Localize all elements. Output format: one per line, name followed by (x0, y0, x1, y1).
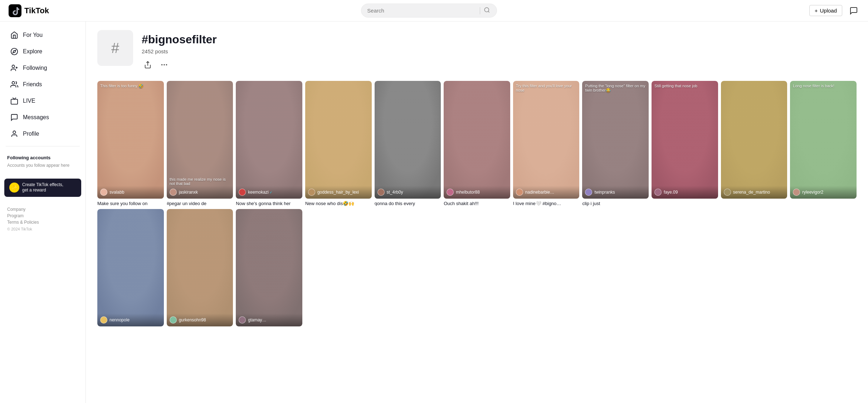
sidebar-item-for-you[interactable]: For You (3, 27, 83, 43)
following-accounts-desc: Accounts you follow appear here (7, 162, 78, 169)
svg-point-13 (166, 64, 167, 65)
home-icon (10, 31, 19, 39)
sidebar-item-messages[interactable]: Messages (3, 110, 83, 125)
logo[interactable]: TikTok (9, 4, 49, 17)
video-card[interactable]: Putting the "long nose" filter on my twi… (582, 81, 649, 206)
video-caption: Ouch shakit ah!!! (444, 201, 510, 206)
avatar (793, 189, 800, 196)
sidebar-item-profile[interactable]: Profile (3, 126, 83, 142)
avatar (654, 189, 662, 196)
video-card[interactable]: serena_de_martino (721, 81, 787, 206)
messages-icon (849, 6, 858, 15)
avatar (724, 189, 731, 196)
video-user-row: twinpranks (585, 189, 646, 196)
video-grid: This filter is too funny 🤣svalabbMake su… (97, 81, 857, 326)
footer-links: Company Program Terms & Policies © 2024 … (0, 203, 86, 236)
video-card[interactable]: this made me realize my nose is not that… (167, 81, 233, 206)
video-user-overlay: gurkensohn98 (167, 314, 233, 326)
header: TikTok + Upload (0, 0, 868, 21)
hashtag-actions (142, 54, 857, 71)
video-card[interactable]: gurkensohn98 (167, 209, 233, 327)
svg-rect-8 (11, 99, 18, 104)
video-user-overlay: faye.09 (652, 186, 718, 199)
video-card[interactable]: Still getting that nose jobfaye.09 (652, 81, 718, 206)
footer-terms[interactable]: Terms & Policies (7, 220, 78, 225)
video-banner-text: Still getting that nose job (654, 84, 715, 88)
message-icon[interactable] (848, 5, 859, 16)
sidebar-item-following[interactable]: Following (3, 60, 83, 76)
video-card[interactable]: Try this filter and you'll love your nos… (513, 81, 580, 206)
video-thumbnail-face (375, 81, 441, 199)
avatar (516, 189, 523, 196)
video-caption: gonna do this every (375, 201, 441, 206)
video-user-row: mhelbutor88 (447, 189, 507, 196)
video-banner-text: Putting the "long nose" filter on my twi… (585, 84, 646, 93)
username: serena_de_martino (733, 190, 770, 195)
footer-company[interactable]: Company (7, 207, 78, 212)
effects-emoji: ✨ (11, 185, 18, 190)
username: jaskiranxk (179, 190, 198, 195)
video-caption: New nose who dis🤣🙌 (305, 201, 372, 206)
avatar (377, 189, 385, 196)
video-user-overlay: twinpranks (582, 186, 649, 199)
effects-line2: get a reward (22, 188, 46, 193)
video-caption: I love mine🤍 #bigno… (513, 201, 580, 206)
users-icon (10, 80, 19, 89)
hashtag-posts-count: 2452 posts (142, 48, 857, 54)
sidebar-item-friends-label: Friends (23, 81, 42, 88)
video-card[interactable]: nennopole (97, 209, 164, 327)
footer-program[interactable]: Program (7, 213, 78, 218)
sidebar-item-profile-label: Profile (23, 131, 39, 137)
sidebar: For You Explore Following (0, 21, 86, 403)
video-thumbnail-face (236, 209, 302, 327)
footer-copyright: © 2024 TikTok (7, 227, 78, 231)
video-card[interactable]: keemokazi✓Now she's gonna think her (236, 81, 302, 206)
video-user-row: gtamay… (239, 316, 299, 324)
share-button[interactable] (142, 59, 154, 71)
sidebar-divider (6, 146, 80, 146)
username: faye.09 (664, 190, 678, 195)
search-input[interactable] (367, 8, 477, 14)
username: nennopole (109, 317, 130, 322)
video-user-overlay: gtamay… (236, 314, 302, 326)
video-user-overlay: keemokazi✓ (236, 186, 302, 199)
more-options-icon (160, 61, 168, 69)
upload-button[interactable]: + Upload (809, 5, 842, 16)
sidebar-item-explore[interactable]: Explore (3, 44, 83, 59)
more-options-button[interactable] (158, 59, 170, 71)
layout: For You Explore Following (0, 21, 868, 403)
effects-line1: Create TikTok effects, (22, 182, 63, 187)
hashtag-title: #bignosefilter (142, 33, 857, 46)
username: mhelbutor88 (456, 190, 480, 195)
video-user-row: faye.09 (654, 189, 715, 196)
username: st_4rb0y (387, 190, 403, 195)
video-caption: clip i just (582, 201, 649, 206)
video-card[interactable]: Long nose filter is back!ryleevigor2 (790, 81, 857, 206)
main-content: # #bignosefilter 2452 posts This filter … (86, 21, 868, 403)
video-card[interactable]: gtamay… (236, 209, 302, 327)
video-user-row: serena_de_martino (724, 189, 785, 196)
video-card[interactable]: This filter is too funny 🤣svalabbMake su… (97, 81, 164, 206)
video-card[interactable]: goddess_hair_by_lexiNew nose who dis🤣🙌 (305, 81, 372, 206)
video-card[interactable]: st_4rb0ygonna do this every (375, 81, 441, 206)
create-effects-button[interactable]: ✨ Create TikTok effects, get a reward (4, 179, 81, 197)
svg-point-4 (12, 65, 15, 68)
hashtag-info: #bignosefilter 2452 posts (142, 30, 857, 71)
video-user-row: nadinebarbie… (516, 189, 577, 196)
video-user-overlay: svalabb (97, 186, 164, 199)
video-thumbnail-face (790, 81, 857, 199)
message-nav-icon (10, 113, 19, 122)
video-thumbnail-face (305, 81, 372, 199)
video-thumbnail-face (444, 81, 510, 199)
video-user-row: goddess_hair_by_lexi (308, 189, 369, 196)
avatar (100, 189, 107, 196)
avatar (170, 316, 177, 324)
search-area (361, 4, 497, 18)
following-accounts-title: Following accounts (7, 155, 78, 160)
search-button[interactable] (483, 6, 491, 15)
avatar (308, 189, 315, 196)
sidebar-item-friends[interactable]: Friends (3, 77, 83, 92)
sidebar-item-live[interactable]: LIVE (3, 93, 83, 109)
video-user-overlay: ryleevigor2 (790, 186, 857, 199)
video-card[interactable]: mhelbutor88Ouch shakit ah!!! (444, 81, 510, 206)
